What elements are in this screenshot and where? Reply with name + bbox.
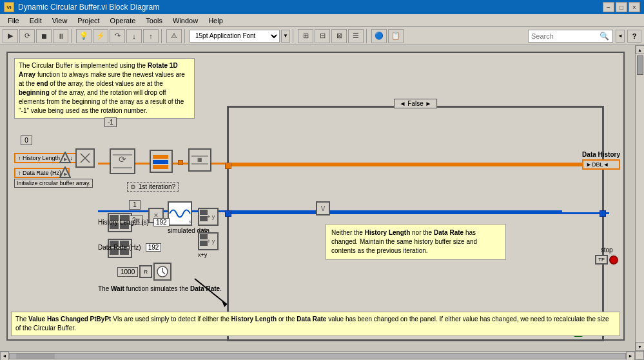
abort-button[interactable]: ⏹ <box>36 29 52 43</box>
search-button[interactable]: 🔍 <box>598 30 610 42</box>
dr-value: 192 <box>146 243 162 252</box>
stop-red-circle <box>609 255 618 265</box>
menu-file[interactable]: File <box>3 15 24 26</box>
step-over[interactable]: ↷ <box>110 29 125 43</box>
svg-rect-38 <box>200 210 208 215</box>
scroll-thumb-h[interactable] <box>16 354 55 359</box>
sep1 <box>71 29 73 43</box>
sep3 <box>184 29 187 43</box>
highlight-exec[interactable]: 💡 <box>76 29 92 43</box>
diagram-block: The Circular Buffer is implemented using… <box>6 52 625 341</box>
svg-text:⟳: ⟳ <box>119 154 126 165</box>
sep5 <box>366 29 369 43</box>
extra-btn[interactable]: 📋 <box>388 29 404 43</box>
svg-rect-14 <box>153 165 168 169</box>
while-loop-outer: ◄ False ► Neither the History Length nor… <box>227 106 604 341</box>
menu-bar: File Edit View Project Operate Tools Win… <box>0 14 644 27</box>
const-1000: 1000 <box>117 267 138 277</box>
step-into[interactable]: ↓ <box>126 29 142 43</box>
right-scrollbar[interactable]: ▲ ▼ <box>635 45 644 351</box>
fg-datarate-arrow: ▶ <box>59 166 71 179</box>
sine-wave-icon: sin <box>168 201 192 227</box>
menu-tools[interactable]: Tools <box>141 15 168 26</box>
hl-display-label: History Length (s) <box>98 219 149 226</box>
r-node: R <box>139 265 152 278</box>
svg-text:▦: ▦ <box>197 157 202 163</box>
scroll-right[interactable]: ► <box>626 352 635 361</box>
svg-rect-39 <box>200 216 208 221</box>
selector-v-node: V <box>316 201 330 217</box>
pause-button[interactable]: ⏸ <box>53 29 68 43</box>
window-title: Dynamic Circular Buffer.vi Block Diagram <box>18 3 603 12</box>
app-icon: VI <box>4 2 14 12</box>
menu-help[interactable]: Help <box>203 15 228 26</box>
title-bar: VI Dynamic Circular Buffer.vi Block Diag… <box>0 0 644 14</box>
align-button[interactable]: ⊞ <box>298 29 313 43</box>
svg-rect-13 <box>153 160 168 164</box>
sep4 <box>293 29 295 43</box>
scroll-left[interactable]: ◄ <box>0 352 9 361</box>
scroll-down[interactable]: ▼ <box>636 342 645 351</box>
wire-blue-inner <box>229 212 609 214</box>
hl-display-row: History Length (s) 192 <box>98 218 170 226</box>
close-button[interactable]: × <box>629 2 640 12</box>
dr-display-row: Data Rate (Hz) 192 <box>98 243 161 252</box>
const-1: 1 <box>129 200 141 210</box>
inner-annotation: Neither the History Length nor the Data … <box>326 224 506 260</box>
term-blue-left <box>225 210 231 217</box>
add-node-1: y + <box>198 208 219 227</box>
svg-line-50 <box>195 279 227 305</box>
warn-button[interactable]: ⚠ <box>166 29 182 43</box>
sep2 <box>161 29 164 43</box>
step-out[interactable]: ↑ <box>143 29 159 43</box>
menu-window[interactable]: Window <box>168 15 203 26</box>
add-node-2: y + <box>198 232 219 252</box>
diagram-canvas[interactable]: The Circular Buffer is implemented using… <box>0 45 644 360</box>
svg-text:sin: sin <box>189 219 192 225</box>
svg-text:+: + <box>207 214 210 220</box>
svg-rect-12 <box>153 155 168 159</box>
reorder-button[interactable]: ☰ <box>348 29 364 43</box>
menu-view[interactable]: View <box>47 15 73 26</box>
const-1000-row: 1000 R <box>117 263 171 281</box>
resize-button[interactable]: ⊠ <box>331 29 347 43</box>
bottom-scrollbar[interactable]: ◄ ► <box>0 351 635 360</box>
stop-control-area: stop TF <box>595 246 618 265</box>
fg-history-arrow: ▶ <box>59 152 71 165</box>
run-continuously-button[interactable]: ⟳ <box>19 29 35 43</box>
data-history-label: Data History <box>582 151 620 158</box>
svg-rect-43 <box>200 234 208 239</box>
help-button[interactable]: ? <box>627 30 641 43</box>
arrow-annotation <box>188 272 253 311</box>
rotate-1d-array: ⟳ <box>110 148 135 175</box>
menu-operate[interactable]: Operate <box>105 15 141 26</box>
scroll-thumb-v[interactable] <box>637 55 643 75</box>
scroll-up[interactable]: ▲ <box>636 45 645 54</box>
toolbar: ▶ ⟳ ⏹ ⏸ 💡 ⚡ ↷ ↓ ↑ ⚠ 15pt Application Fon… <box>0 27 644 45</box>
run-button[interactable]: ▶ <box>3 29 18 43</box>
search-input[interactable] <box>531 32 596 40</box>
init-label: Initialize circular buffer array. <box>14 179 93 188</box>
const-0: 0 <box>21 135 32 145</box>
top-annotation: The Circular Buffer is implemented using… <box>14 58 195 119</box>
font-selector[interactable]: 15pt Application Font <box>190 30 280 43</box>
toolbar-scroll-left[interactable]: ◄ <box>616 30 625 43</box>
distribute-button[interactable]: ⊟ <box>315 29 330 43</box>
menu-edit[interactable]: Edit <box>24 15 47 26</box>
wire-orange-inner <box>229 165 609 166</box>
font-dropdown-arrow[interactable]: ▼ <box>281 30 290 43</box>
maximize-button[interactable]: □ <box>616 2 627 12</box>
scroll-track-h[interactable] <box>9 353 626 359</box>
retain-wire[interactable]: ⚡ <box>93 29 108 43</box>
search-container: 🔍 <box>528 30 613 43</box>
main-area: The Circular Buffer is implemented using… <box>0 45 644 360</box>
svg-rect-35 <box>168 202 191 225</box>
add-label-2: x+y <box>198 252 207 258</box>
menu-project[interactable]: Project <box>72 15 104 26</box>
const-neg1: -1 <box>104 117 117 127</box>
svg-text:y: y <box>212 238 215 245</box>
minimize-button[interactable]: − <box>603 2 614 12</box>
hl-value: 192 <box>153 218 170 226</box>
case-selector: ◄ False ► <box>394 99 438 108</box>
context-help[interactable]: 🔵 <box>371 29 387 43</box>
